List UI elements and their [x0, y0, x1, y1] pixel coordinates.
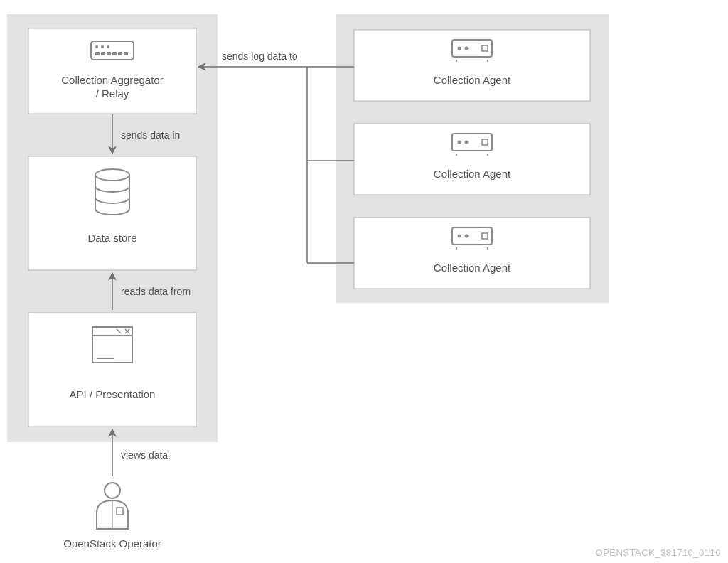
svg-rect-6: [101, 52, 105, 55]
svg-rect-10: [124, 52, 128, 55]
svg-point-2: [95, 45, 98, 48]
agent-label-3: Collection Agent: [434, 262, 511, 274]
agent-box-2: Collection Agent: [354, 124, 590, 195]
api-label: API / Presentation: [70, 388, 156, 400]
aggregator-label-line2: / Relay: [96, 87, 129, 100]
svg-rect-8: [112, 52, 117, 55]
datastore-label: Data store: [87, 232, 136, 244]
agent-box-1: Collection Agent: [354, 30, 590, 101]
svg-rect-5: [95, 52, 100, 55]
agent-label-1: Collection Agent: [434, 74, 511, 86]
footer-reference: OPENSTACK_381710_0116: [596, 547, 721, 558]
svg-rect-7: [107, 52, 111, 55]
svg-point-37: [458, 235, 461, 238]
svg-point-38: [465, 235, 469, 238]
aggregator-label-line1: Collection Aggregator: [61, 74, 163, 86]
svg-point-24: [465, 47, 469, 50]
svg-rect-9: [118, 52, 122, 55]
operator-actor: [97, 483, 128, 529]
operator-label: OpenStack Operator: [63, 537, 161, 549]
edge-label-aggregator-to-store: sends data in: [121, 129, 180, 141]
svg-rect-13: [28, 313, 196, 427]
svg-point-3: [101, 45, 104, 48]
edge-label-operator-to-api: views data: [121, 449, 168, 461]
agent-box-3: Collection Agent: [354, 218, 590, 289]
svg-point-31: [465, 141, 469, 144]
svg-point-4: [107, 45, 109, 48]
agent-label-2: Collection Agent: [434, 168, 511, 180]
edge-label-api-to-store: reads data from: [121, 286, 191, 297]
api-box: API / Presentation: [28, 313, 196, 427]
svg-point-23: [458, 47, 461, 50]
svg-point-30: [458, 141, 461, 144]
svg-point-18: [105, 483, 120, 498]
diagram-canvas: Collection Aggregator / Relay sends data…: [0, 0, 728, 563]
edge-label-agents-to-aggregator: sends log data to: [222, 50, 298, 62]
aggregator-box: Collection Aggregator / Relay: [28, 28, 196, 114]
svg-rect-11: [28, 156, 196, 270]
datastore-box: Data store: [28, 156, 196, 270]
svg-rect-19: [117, 508, 123, 515]
